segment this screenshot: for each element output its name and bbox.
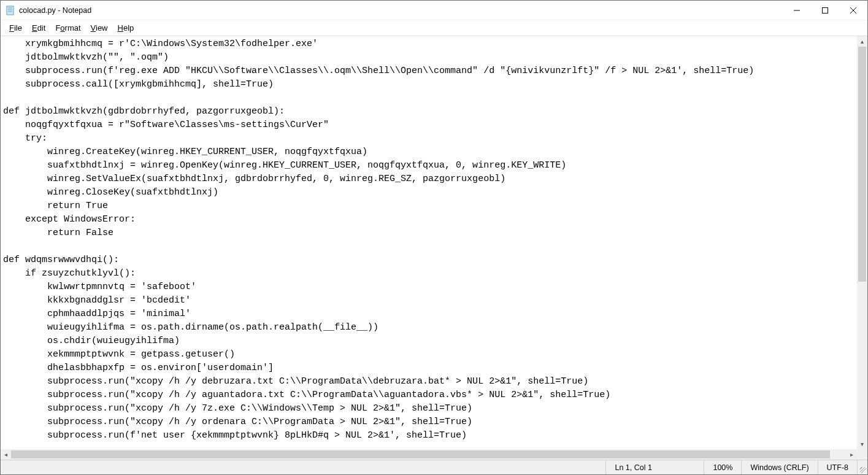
svg-rect-5 [823, 8, 828, 14]
status-zoom: 100% [704, 460, 741, 474]
content-area: xrymkgbmihhcmq = r'C:\Windows\System32\f… [1, 36, 867, 460]
window-controls [783, 1, 867, 20]
statusbar: Ln 1, Col 1 100% Windows (CRLF) UTF-8 [1, 460, 867, 474]
menu-help[interactable]: Help [113, 22, 139, 34]
vscroll-track[interactable] [857, 47, 867, 439]
menu-format[interactable]: Format [50, 22, 85, 34]
minimize-button[interactable] [783, 1, 811, 20]
resize-grip-icon[interactable] [857, 460, 867, 474]
notepad-window: colocad.py - Notepad File Edit Format Vi… [0, 0, 868, 475]
status-encoding: UTF-8 [818, 460, 857, 474]
vertical-scrollbar[interactable]: ▴ ▾ [857, 36, 867, 449]
notepad-icon [6, 6, 15, 15]
scroll-down-arrow-icon[interactable]: ▾ [857, 439, 867, 449]
menu-file[interactable]: File [4, 22, 27, 34]
hscroll-track[interactable] [11, 449, 847, 460]
text-editor[interactable]: xrymkgbmihhcmq = r'C:\Windows\System32\f… [1, 36, 857, 449]
scroll-right-arrow-icon[interactable]: ▸ [847, 449, 857, 460]
horizontal-scrollbar[interactable]: ◂ ▸ [1, 449, 857, 460]
scroll-left-arrow-icon[interactable]: ◂ [1, 449, 11, 460]
maximize-button[interactable] [811, 1, 839, 20]
window-title: colocad.py - Notepad [19, 6, 91, 15]
hscroll-thumb[interactable] [11, 450, 830, 458]
svg-rect-0 [7, 6, 13, 15]
status-line-ending: Windows (CRLF) [741, 460, 817, 474]
menu-edit[interactable]: Edit [27, 22, 50, 34]
close-button[interactable] [839, 1, 867, 20]
status-cursor-position: Ln 1, Col 1 [605, 460, 704, 474]
scroll-up-arrow-icon[interactable]: ▴ [857, 36, 867, 47]
menu-view[interactable]: View [86, 22, 113, 34]
titlebar: colocad.py - Notepad [1, 1, 867, 20]
menubar: File Edit Format View Help [1, 20, 867, 36]
scroll-corner [857, 449, 867, 460]
vscroll-thumb[interactable] [858, 47, 866, 282]
